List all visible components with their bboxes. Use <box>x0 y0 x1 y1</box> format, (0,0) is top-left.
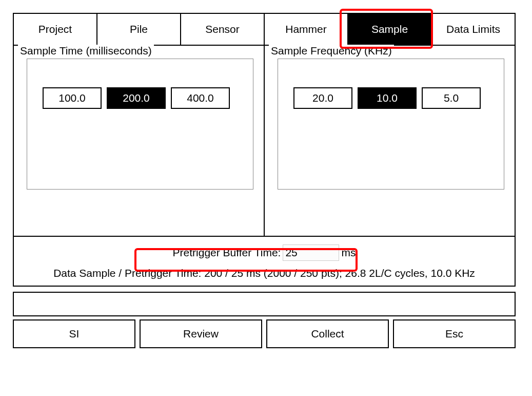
sample-time-option-100[interactable]: 100.0 <box>43 87 102 109</box>
sample-frequency-label: Sample Frequency (KHz) <box>269 45 394 57</box>
content-area: Sample Time (milliseconds) 100.0 200.0 4… <box>13 46 516 287</box>
bottom-buttons: SI Review Collect Esc <box>13 319 516 348</box>
summary-line: Data Sample / Pretrigger Time: 200 / 25 … <box>14 267 515 279</box>
tab-sample[interactable]: Sample <box>348 14 432 45</box>
pretrigger-unit: ms <box>341 247 356 259</box>
panel-sample-frequency: Sample Frequency (KHz) 20.0 10.0 5.0 <box>265 46 515 236</box>
sample-time-option-200[interactable]: 200.0 <box>107 87 166 109</box>
sample-time-options: 100.0 200.0 400.0 <box>27 59 253 190</box>
sample-freq-option-20[interactable]: 20.0 <box>293 87 352 109</box>
si-button[interactable]: SI <box>13 319 135 348</box>
pretrigger-label: Pretrigger Buffer Time: <box>173 247 281 259</box>
review-button[interactable]: Review <box>140 319 262 348</box>
sample-freq-option-10[interactable]: 10.0 <box>358 87 417 109</box>
tab-hammer[interactable]: Hammer <box>265 14 348 45</box>
pretrigger-input[interactable] <box>283 244 339 261</box>
tab-data-limits[interactable]: Data Limits <box>432 14 515 45</box>
esc-button[interactable]: Esc <box>393 319 516 348</box>
tab-sensor[interactable]: Sensor <box>181 14 265 45</box>
sample-freq-option-5[interactable]: 5.0 <box>422 87 481 109</box>
collect-button[interactable]: Collect <box>266 319 389 348</box>
sample-time-option-400[interactable]: 400.0 <box>171 87 230 109</box>
tab-project[interactable]: Project <box>14 14 97 45</box>
sample-frequency-options: 20.0 10.0 5.0 <box>278 59 504 190</box>
tab-pile[interactable]: Pile <box>97 14 181 45</box>
sample-time-label: Sample Time (milliseconds) <box>18 45 154 57</box>
pretrigger-section: Pretrigger Buffer Time: ms Data Sample /… <box>14 236 515 286</box>
panel-sample-time: Sample Time (milliseconds) 100.0 200.0 4… <box>14 46 265 236</box>
tabs-row: Project Pile Sensor Hammer Sample Data L… <box>13 13 516 46</box>
spacer-row <box>13 292 516 316</box>
